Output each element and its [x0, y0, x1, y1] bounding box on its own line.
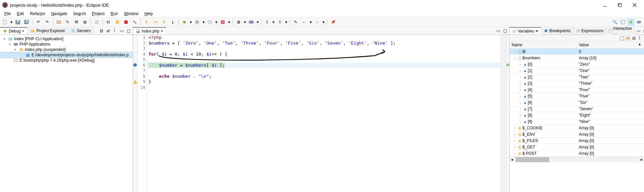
var-row-i[interactable]: ›◌$i 0: [510, 49, 644, 55]
menu-help[interactable]: Help: [141, 10, 156, 17]
collapse-all-icon[interactable]: ⊟: [631, 36, 637, 41]
var-row-array-item[interactable]: ›▲[3]"Three": [510, 80, 644, 87]
run-icon[interactable]: [194, 18, 201, 26]
debug-tree[interactable]: ▾ index [PHP CLI Application] ▾ PHP Appl…: [0, 35, 133, 192]
next-annotation-icon[interactable]: ⇩: [263, 18, 271, 26]
var-row-get[interactable]: ›◍$_GETArray [0]: [510, 144, 644, 150]
marker-ruler[interactable]: ➔: [133, 35, 138, 192]
external-tools-icon[interactable]: [219, 18, 226, 26]
disconnect-icon[interactable]: [131, 18, 138, 26]
menu-refactor[interactable]: Refactor: [27, 10, 48, 17]
var-row-array-item[interactable]: ›▲[5]"Five": [510, 93, 644, 100]
code-editor[interactable]: ➔ 12345678910 <?php $numbers = [ 'Zero',…: [133, 35, 509, 192]
overview-ruler[interactable]: [506, 35, 509, 192]
link-editor-icon[interactable]: ⇄: [105, 28, 111, 34]
variables-table[interactable]: Name Value ▴ ›◌$i 0 ⌄◌$numbers Array [10…: [510, 42, 644, 192]
twistie-icon[interactable]: ⌄: [513, 55, 517, 61]
debug-icon[interactable]: [181, 18, 188, 26]
scroll-left-icon[interactable]: ◂: [510, 157, 514, 162]
suspend-icon[interactable]: [114, 18, 121, 26]
var-row-array-item[interactable]: ›▲[9]"Nine": [510, 119, 644, 125]
process-node[interactable]: E:\tools\php\php-7.4.16\php.exe [XDebug]: [0, 58, 133, 63]
step-over-icon[interactable]: [152, 18, 159, 26]
pin-editor-icon[interactable]: 📌: [329, 18, 337, 26]
close-icon[interactable]: ✕: [161, 29, 163, 33]
minimize-view-icon[interactable]: ▭: [635, 28, 641, 34]
forward-icon[interactable]: →: [313, 18, 321, 26]
menu-search[interactable]: Search: [70, 10, 89, 17]
var-row-cookie[interactable]: ›◍$_COOKIEArray [0]: [510, 125, 644, 131]
tab-breakpoints[interactable]: Breakpoints: [541, 27, 573, 34]
scrollbar-thumb[interactable]: [516, 157, 549, 162]
col-name[interactable]: Name: [510, 42, 577, 48]
undo-icon[interactable]: ↶: [35, 18, 42, 26]
tab-project-explorer[interactable]: Project Explorer: [28, 27, 68, 34]
menu-navigate[interactable]: Navigate: [48, 10, 70, 17]
new-dropdown[interactable]: ▾: [10, 20, 13, 24]
menu-run[interactable]: Run: [108, 10, 121, 17]
php-icon[interactable]: [248, 18, 255, 26]
skip-breakpoints-icon[interactable]: [93, 18, 100, 26]
var-row-array-item[interactable]: ›▲[8]"Eight": [510, 112, 644, 119]
var-row-env[interactable]: ›◍$_ENVArray [0]: [510, 131, 644, 138]
var-row-array-item[interactable]: ›▲[7]"Seven": [510, 106, 644, 112]
col-value[interactable]: Value: [577, 42, 639, 48]
view-menu-icon[interactable]: ⠇: [637, 36, 643, 41]
var-row-array-item[interactable]: ›▲[6]"Six": [510, 100, 644, 106]
stack-frame-node[interactable]: E:/development/projects-study/php/HelloW…: [0, 52, 133, 58]
twistie-icon[interactable]: ▾: [2, 37, 7, 41]
vscroll-up-icon[interactable]: ▴: [639, 42, 644, 48]
toggle-mark-icon[interactable]: ⊞: [81, 18, 89, 26]
var-row-array-item[interactable]: ›▲[2]"Two": [510, 74, 644, 80]
perspective-php-icon[interactable]: [635, 18, 643, 26]
maximize-view-icon[interactable]: ▢: [642, 28, 644, 34]
var-row-post[interactable]: ›◍$ POSTArray [0]: [510, 150, 644, 157]
terminate-icon[interactable]: [122, 18, 130, 26]
tab-expressions[interactable]: ƒ() Expressions: [573, 27, 606, 34]
menu-file[interactable]: File: [1, 10, 14, 17]
tab-variables[interactable]: (x)= Variables ✕: [510, 27, 541, 35]
save-all-icon[interactable]: [23, 18, 30, 26]
step-into-icon[interactable]: [143, 18, 150, 26]
minimize-button[interactable]: [598, 0, 612, 10]
tab-debug[interactable]: Debug ✕: [0, 27, 28, 35]
twistie-icon[interactable]: ›: [513, 49, 517, 55]
editor-scrollbar[interactable]: [501, 35, 506, 192]
twistie-icon[interactable]: ▾: [13, 48, 17, 51]
show-type-names-icon[interactable]: [619, 36, 625, 41]
launch-node[interactable]: ▾ index [PHP CLI Application]: [0, 36, 133, 42]
var-row-array-item[interactable]: ›▲[1]"One": [510, 68, 644, 74]
scroll-right-icon[interactable]: ▸: [639, 157, 644, 162]
new-icon[interactable]: [1, 18, 9, 26]
maximize-button[interactable]: [612, 0, 627, 10]
twistie-icon[interactable]: ▾: [7, 43, 12, 46]
redo-icon[interactable]: ↷: [43, 18, 51, 26]
var-row-array-item[interactable]: ›▲[4]"Four": [510, 87, 644, 93]
build-icon[interactable]: ⚒: [73, 18, 80, 26]
close-icon[interactable]: ✕: [22, 29, 25, 33]
minimize-editor-icon[interactable]: ▭: [495, 28, 501, 34]
last-edit-icon[interactable]: ✎: [292, 18, 299, 26]
thread-node[interactable]: ▾ index.php (suspended): [0, 47, 133, 52]
save-icon[interactable]: [14, 18, 22, 26]
view-menu-icon[interactable]: ⠇: [112, 28, 118, 34]
tab-servers[interactable]: Servers: [68, 27, 94, 34]
maximize-editor-icon[interactable]: ▢: [502, 28, 508, 34]
profile-icon[interactable]: [206, 18, 214, 26]
target-node[interactable]: ▾ PHP Applications: [0, 42, 133, 47]
var-row-numbers[interactable]: ⌄◌$numbers Array [10]: [510, 55, 644, 61]
maximize-view-icon[interactable]: ▢: [125, 28, 131, 34]
new-server-icon[interactable]: 🖥: [235, 18, 242, 26]
minimize-view-icon[interactable]: ▭: [119, 28, 125, 34]
var-row-files[interactable]: ›◍$_FILESArray [0]: [510, 138, 644, 144]
menu-edit[interactable]: Edit: [14, 10, 27, 17]
open-perspective-icon[interactable]: [619, 18, 627, 26]
show-logical-icon[interactable]: [625, 36, 631, 41]
variables-hscroll[interactable]: ◂ ▸: [510, 157, 644, 162]
var-row-array-item[interactable]: ›▲[0]"Zero": [510, 61, 644, 68]
search-icon[interactable]: 🔍: [611, 18, 618, 26]
editor-tab-index[interactable]: index.php ✕: [133, 27, 166, 35]
close-button[interactable]: [627, 0, 642, 10]
open-type-icon[interactable]: [55, 18, 62, 26]
close-icon[interactable]: ✕: [535, 29, 539, 34]
